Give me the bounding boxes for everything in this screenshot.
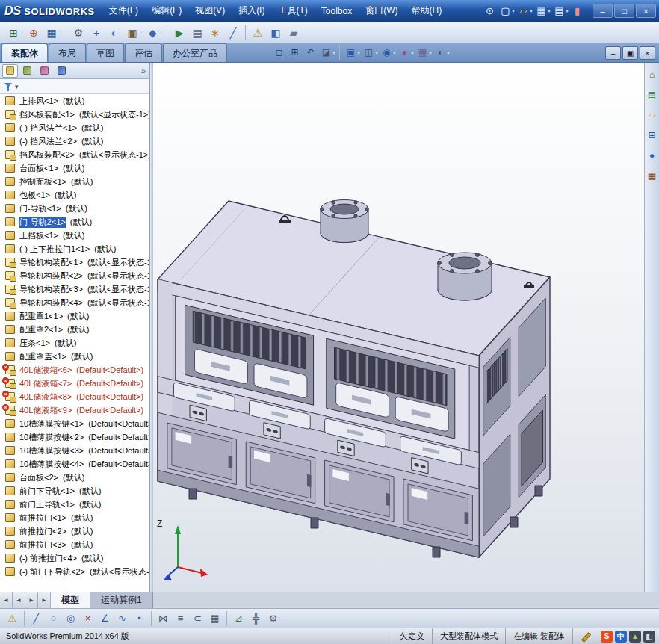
property-manager-tab[interactable] xyxy=(19,64,35,78)
maximize-button[interactable]: □ xyxy=(614,4,634,18)
insert-components-icon[interactable]: ⊞ xyxy=(4,24,22,41)
tree-item[interactable]: 导轮机构装配<4> (默认<显示状态-1>) xyxy=(0,296,149,309)
tree-item[interactable]: (-) 上下推拉门1<1> (默认) xyxy=(0,242,149,256)
dropdown-caret-icon[interactable]: ▾ xyxy=(447,49,450,56)
bill-of-materials-icon[interactable]: ▤ xyxy=(188,24,206,41)
tree-item[interactable]: 上排风<1> (默认) xyxy=(0,94,149,108)
smart-fasteners-icon[interactable]: ⚙ xyxy=(69,24,87,41)
edit-appearance-icon[interactable]: ● xyxy=(397,46,412,60)
dropdown-caret-icon[interactable]: ▾ xyxy=(332,49,335,56)
home-icon[interactable]: ⌂ xyxy=(646,69,658,81)
mirror-entities-icon[interactable]: ⋈ xyxy=(155,610,172,627)
sogou-input-icon[interactable]: S xyxy=(601,631,613,643)
dropdown-caret-icon[interactable]: ▾ xyxy=(429,49,432,56)
tree-item[interactable]: 导轮机构装配<2> (默认<显示状态-1>) xyxy=(0,269,149,282)
minimize-button[interactable]: – xyxy=(593,4,613,18)
panel-expand-chevron[interactable]: » xyxy=(141,66,147,75)
save-icon[interactable]: ▦ xyxy=(533,4,549,19)
doc-close-button[interactable]: × xyxy=(640,46,655,60)
instant-3d-icon[interactable]: ◧ xyxy=(267,24,285,41)
dropdown-caret-icon[interactable]: ▾ xyxy=(566,7,569,14)
zoom-to-area-icon[interactable]: ⊞ xyxy=(287,46,303,60)
assembly-features-icon[interactable]: ▣ xyxy=(123,24,141,41)
doc-restore-button[interactable]: ▣ xyxy=(622,46,638,60)
tree-item[interactable]: 台面板<1> (默认) xyxy=(0,161,149,175)
document-tab[interactable]: 运动算例1 xyxy=(90,592,153,608)
tree-item[interactable]: 10槽薄膜按键<2> (Default<Default>) xyxy=(0,430,149,444)
linear-component-pattern-icon[interactable]: ▦ xyxy=(43,24,61,41)
rebuild-icon[interactable]: ▮ xyxy=(569,4,585,19)
menu-item[interactable]: Toolbox xyxy=(315,2,359,20)
tree-item[interactable]: 10槽薄膜按键<1> (Default<Default>) xyxy=(0,417,149,430)
tree-item[interactable]: 包板<1> (默认) xyxy=(0,188,149,202)
dropdown-caret-icon[interactable]: ▾ xyxy=(21,29,24,36)
tray-show-icon[interactable]: ▲ xyxy=(629,631,641,643)
scroll-next-button[interactable]: ► xyxy=(25,592,38,608)
tree-item[interactable]: 导轮机构装配<3> (默认<显示状态-1>) xyxy=(0,282,149,296)
custom-properties-icon[interactable]: ▦ xyxy=(646,170,658,182)
dropdown-caret-icon[interactable]: ▾ xyxy=(530,7,533,14)
convert-entities-icon[interactable]: ⊂ xyxy=(189,610,206,627)
viewport[interactable]: Z xyxy=(153,63,644,592)
feature-manager-tab[interactable] xyxy=(2,64,18,78)
filter-funnel-icon[interactable] xyxy=(4,81,13,92)
view-settings-icon[interactable]: ◐ xyxy=(433,46,448,60)
circle-tool-icon[interactable]: ○ xyxy=(45,610,62,627)
centerline-tool-icon[interactable]: ∠ xyxy=(96,610,114,627)
trim-entities-icon[interactable]: × xyxy=(79,610,96,627)
previous-view-icon[interactable]: ↶ xyxy=(303,46,318,60)
section-view-icon[interactable]: ◪ xyxy=(318,46,334,60)
close-button[interactable]: × xyxy=(636,4,656,18)
menu-item[interactable]: 插入(I) xyxy=(232,1,271,21)
tree-item[interactable]: 前推拉门<2> (默认) xyxy=(0,524,149,538)
doc-minimize-button[interactable]: – xyxy=(605,46,621,60)
tree-item[interactable]: (-) 前门下导轨<2> (默认<显示状态-1>) xyxy=(0,565,149,578)
tree-item[interactable]: 控制面板<1> (默认) xyxy=(0,175,149,188)
menu-item[interactable]: 帮助(H) xyxy=(404,1,448,21)
tree-item[interactable]: 10槽薄膜按键<3> (Default<Default>) xyxy=(0,444,149,457)
filter-caret-icon[interactable]: ▾ xyxy=(15,83,19,90)
apply-scene-icon[interactable]: ▦ xyxy=(415,46,430,60)
dropdown-caret-icon[interactable]: ▾ xyxy=(393,49,396,56)
dropdown-caret-icon[interactable]: ▾ xyxy=(357,49,360,56)
menu-item[interactable]: 工具(T) xyxy=(271,1,314,21)
appearances-icon[interactable]: ● xyxy=(646,149,658,161)
command-tab[interactable]: 布局 xyxy=(49,43,86,62)
view-palette-icon[interactable]: ⊞ xyxy=(646,129,658,141)
move-component-icon[interactable]: + xyxy=(87,24,105,41)
tree-item[interactable]: (-) 挡风法兰<2> (默认) xyxy=(0,134,149,148)
menu-item[interactable]: 窗口(W) xyxy=(359,1,404,21)
tree-item[interactable]: 配重罩2<1> (默认) xyxy=(0,323,149,336)
tree-item[interactable]: 前推拉门<1> (默认) xyxy=(0,511,149,524)
tree-item[interactable]: ×40L储液箱<9> (Default<Default>) xyxy=(0,403,149,417)
design-library-icon[interactable]: ▤ xyxy=(646,89,658,101)
document-tab[interactable]: 模型 xyxy=(51,592,90,608)
reference-geometry-icon[interactable]: ◆ xyxy=(143,24,161,41)
new-file-icon[interactable]: ▢ xyxy=(498,4,513,19)
print-icon[interactable]: ▤ xyxy=(551,4,567,19)
tree-item[interactable]: 压条<1> (默认) xyxy=(0,336,149,350)
scroll-first-button[interactable]: ◄ xyxy=(0,592,13,608)
tree-item[interactable]: 前推拉门<3> (默认) xyxy=(0,538,149,551)
menu-item[interactable]: 编辑(E) xyxy=(145,1,188,21)
new-motion-study-icon[interactable]: ▶ xyxy=(170,24,188,41)
scroll-last-button[interactable]: ► xyxy=(38,592,51,608)
interference-detection-icon[interactable]: ⚠ xyxy=(249,24,267,41)
display-style-icon[interactable]: ◫ xyxy=(361,46,377,60)
offset-entities-icon[interactable]: ≡ xyxy=(172,610,189,627)
tree-item[interactable]: 台面板<2> (默认) xyxy=(0,471,149,484)
command-tab[interactable]: 办公室产品 xyxy=(163,43,227,62)
command-tab[interactable]: 装配体 xyxy=(1,43,48,62)
tree-item[interactable]: 配重罩盖<1> (默认) xyxy=(0,350,149,363)
tree-item[interactable]: 挡风板装配<2> (默认<显示状态-1>) xyxy=(0,148,149,161)
tree-item[interactable]: 前门下导轨<1> (默认) xyxy=(0,484,149,498)
tree-item[interactable]: ×40L储液箱<8> (Default<Default>) xyxy=(0,390,149,403)
ellipse-tool-icon[interactable]: ◎ xyxy=(62,610,79,627)
exploded-view-icon[interactable]: ∗ xyxy=(206,24,224,41)
configuration-manager-tab[interactable] xyxy=(37,64,52,78)
dropdown-caret-icon[interactable]: ▾ xyxy=(59,29,62,36)
large-assembly-mode-icon[interactable]: ▰ xyxy=(285,24,303,41)
zoom-to-fit-icon[interactable]: ◻ xyxy=(271,46,287,60)
scroll-prev-button[interactable]: ◄ xyxy=(13,592,25,608)
tree-item[interactable]: 前门上导轨<1> (默认) xyxy=(0,498,149,511)
